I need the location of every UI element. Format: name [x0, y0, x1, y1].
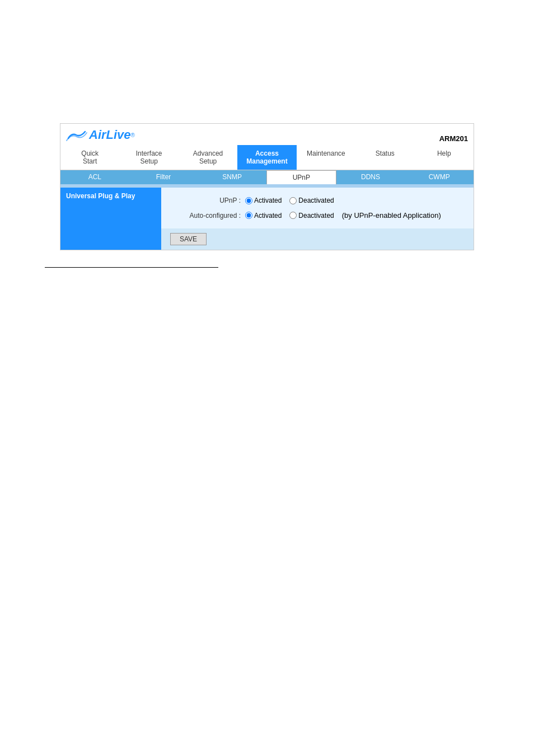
auto-deactivated-label: Deactivated: [298, 212, 334, 220]
auto-radio-group: Activated Deactivated (by UPnP-enabled A…: [245, 211, 441, 220]
upnp-section: Universal Plug & Play UPnP : Activated D…: [60, 188, 474, 228]
subnav-cwmp[interactable]: CWMP: [405, 170, 474, 184]
upnp-deactivated-radio[interactable]: [289, 197, 297, 204]
save-row: SAVE: [60, 228, 474, 250]
subnav-snmp[interactable]: SNMP: [198, 170, 266, 184]
subnav-upnp[interactable]: UPnP: [266, 170, 336, 184]
logo-waves-icon: [66, 127, 87, 143]
logo-area: Air Live ®: [66, 127, 135, 143]
nav-access-management[interactable]: AccessManagement: [237, 145, 296, 170]
model-name: ARM201: [439, 134, 468, 143]
upnp-form-row: UPnP : Activated Deactivated: [172, 193, 462, 208]
nav-interface-setup[interactable]: InterfaceSetup: [119, 145, 178, 170]
auto-deactivated-radio[interactable]: [289, 212, 297, 219]
auto-activated-label: Activated: [254, 212, 282, 220]
upnp-blue-col: Universal Plug & Play: [60, 188, 161, 228]
upnp-activated-option[interactable]: Activated: [245, 197, 282, 204]
upnp-activated-label: Activated: [254, 197, 282, 204]
nav-help[interactable]: Help: [415, 145, 474, 170]
sub-nav: ACL Filter SNMP UPnP DDNS CWMP: [60, 170, 474, 184]
header: Air Live ® ARM201: [60, 124, 474, 145]
auto-label: Auto-configured :: [172, 212, 245, 220]
upnp-activated-radio[interactable]: [245, 197, 252, 204]
upnp-deactivated-option[interactable]: Deactivated: [289, 197, 334, 204]
save-button[interactable]: SAVE: [170, 233, 207, 245]
nav-status[interactable]: Status: [355, 145, 414, 170]
logo-reg: ®: [131, 132, 135, 138]
below-line: [45, 267, 218, 268]
save-content-col: SAVE: [161, 228, 474, 250]
subnav-filter[interactable]: Filter: [129, 170, 198, 184]
upnp-label: UPnP :: [172, 197, 245, 204]
auto-suffix: (by UPnP-enabled Application): [342, 211, 441, 220]
logo-live: Live: [106, 128, 131, 142]
auto-form-row: Auto-configured : Activated Deactivated …: [172, 208, 462, 223]
router-ui: Air Live ® ARM201 QuickStart InterfaceSe…: [60, 123, 474, 250]
auto-activated-radio[interactable]: [245, 212, 252, 219]
save-label-col: [60, 228, 161, 250]
main-nav: QuickStart InterfaceSetup AdvancedSetup …: [60, 145, 474, 170]
subnav-acl[interactable]: ACL: [60, 170, 129, 184]
logo-air: Air: [89, 128, 106, 142]
subnav-ddns[interactable]: DDNS: [336, 170, 405, 184]
upnp-content-col: UPnP : Activated Deactivated A: [161, 188, 474, 228]
nav-maintenance[interactable]: Maintenance: [297, 145, 355, 170]
auto-activated-option[interactable]: Activated: [245, 212, 282, 220]
nav-quick-start[interactable]: QuickStart: [60, 145, 119, 170]
nav-advanced-setup[interactable]: AdvancedSetup: [179, 145, 237, 170]
auto-deactivated-option[interactable]: Deactivated: [289, 212, 334, 220]
section-title: Universal Plug & Play: [66, 192, 135, 200]
upnp-radio-group: Activated Deactivated: [245, 197, 334, 204]
upnp-deactivated-label: Deactivated: [298, 197, 334, 204]
